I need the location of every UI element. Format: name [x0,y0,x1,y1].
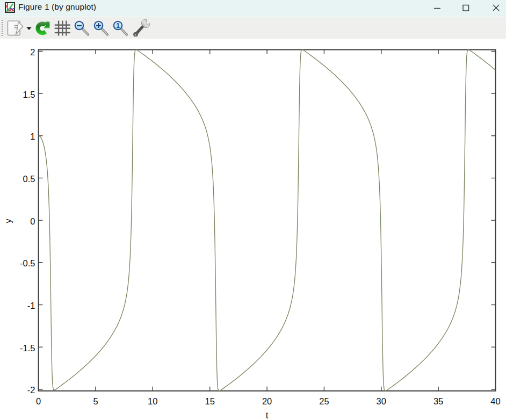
svg-text:1: 1 [116,22,120,30]
svg-text:10: 10 [148,396,157,406]
svg-text:30: 30 [377,396,386,406]
svg-text:t: t [266,410,269,420]
svg-text:-0.5: -0.5 [20,258,35,268]
svg-text:1.5: 1.5 [23,90,35,99]
svg-text:0.5: 0.5 [23,174,35,184]
svg-text:0: 0 [30,216,35,226]
svg-text:15: 15 [205,396,215,406]
svg-text:25: 25 [319,396,329,406]
svg-text:40: 40 [490,396,500,406]
svg-text:y: y [3,218,13,223]
svg-text:20: 20 [262,396,272,406]
svg-text:5: 5 [93,396,98,406]
svg-text:2: 2 [30,47,35,57]
svg-text:-1: -1 [27,301,35,310]
svg-text:-2: -2 [27,385,35,395]
svg-text:-1.5: -1.5 [20,343,35,353]
svg-text:35: 35 [433,396,443,406]
svg-text:1: 1 [30,132,35,141]
svg-text:0: 0 [36,396,41,406]
